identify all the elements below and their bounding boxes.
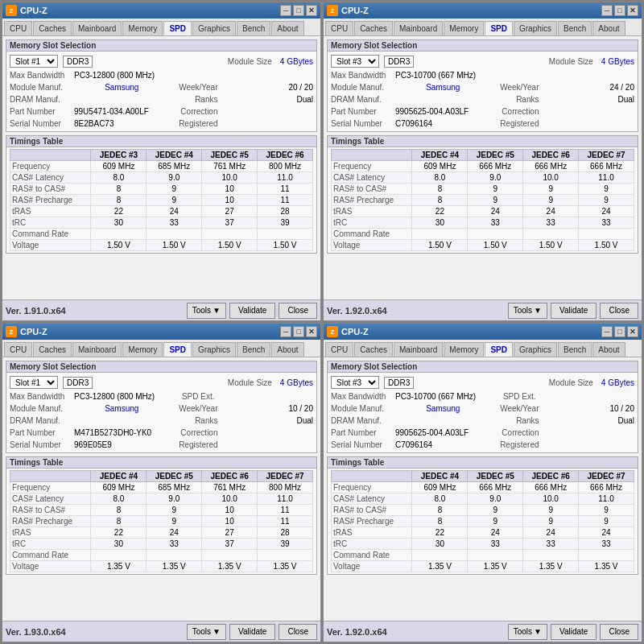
tab-caches[interactable]: Caches xyxy=(33,21,72,35)
slot-selector-row: Slot #3 DDR3 Module Size 4 GBytes xyxy=(331,376,634,389)
tab-cpu[interactable]: CPU xyxy=(325,342,353,357)
timing-value: 22 xyxy=(412,527,468,539)
col-header: JEDEC #6 xyxy=(258,150,313,161)
tab-about[interactable]: About xyxy=(271,21,303,35)
col-header: JEDEC #5 xyxy=(468,471,523,482)
timing-value: 1.35 V xyxy=(147,561,202,572)
reg-label: Registered xyxy=(170,440,218,449)
tab-bench[interactable]: Bench xyxy=(237,342,270,357)
maximize-button[interactable]: □ xyxy=(614,5,625,16)
minimize-button[interactable]: ─ xyxy=(280,5,291,16)
tab-mainboard[interactable]: Mainboard xyxy=(72,21,122,35)
tab-mainboard[interactable]: Mainboard xyxy=(72,342,122,357)
timing-value: 10 xyxy=(202,195,258,206)
timing-value: 28 xyxy=(258,206,313,217)
tab-caches[interactable]: Caches xyxy=(354,342,393,357)
tab-mainboard[interactable]: Mainboard xyxy=(394,21,443,35)
close-button[interactable]: ✕ xyxy=(306,326,317,337)
tab-bench[interactable]: Bench xyxy=(558,21,592,35)
tab-caches[interactable]: Caches xyxy=(33,342,72,357)
tab-memory[interactable]: Memory xyxy=(122,342,163,357)
timing-value xyxy=(202,550,258,561)
tab-memory[interactable]: Memory xyxy=(122,21,163,35)
tab-cpu[interactable]: CPU xyxy=(4,342,32,357)
tab-memory[interactable]: Memory xyxy=(444,342,484,357)
tab-spd[interactable]: SPD xyxy=(163,21,192,35)
timing-row: tRC30333333 xyxy=(332,217,634,229)
close-button[interactable]: Close xyxy=(600,624,638,640)
tab-mainboard[interactable]: Mainboard xyxy=(394,342,443,357)
tab-graphics[interactable]: Graphics xyxy=(514,21,557,35)
minimize-button[interactable]: ─ xyxy=(280,326,291,337)
close-button[interactable]: Close xyxy=(279,303,317,319)
tools-button[interactable]: Tools ▼ xyxy=(187,303,226,319)
slot-select[interactable]: Slot #1 xyxy=(10,376,58,389)
tools-button[interactable]: Tools ▼ xyxy=(187,624,226,640)
maximize-button[interactable]: □ xyxy=(614,326,625,337)
title-bar: Z CPU-Z ─ □ ✕ xyxy=(2,2,320,19)
corr-label: Correction xyxy=(170,107,218,116)
minimize-button[interactable]: ─ xyxy=(601,5,613,16)
timing-value: 1.35 V xyxy=(523,561,579,572)
maximize-button[interactable]: □ xyxy=(293,326,304,337)
timing-value: 28 xyxy=(258,527,313,539)
timing-row: RAS# Precharge8999 xyxy=(332,516,634,527)
validate-button[interactable]: Validate xyxy=(551,303,597,319)
window-title: CPU-Z xyxy=(20,6,47,15)
validate-button[interactable]: Validate xyxy=(551,624,597,640)
dm-label: DRAM Manuf. xyxy=(331,95,395,104)
timing-value: 9 xyxy=(468,195,523,206)
timing-value: 24 xyxy=(523,527,579,539)
timing-row: Voltage1.35 V1.35 V1.35 V1.35 V xyxy=(10,561,313,572)
col-header: JEDEC #3 xyxy=(91,150,147,161)
tab-graphics[interactable]: Graphics xyxy=(192,342,236,357)
tab-cpu[interactable]: CPU xyxy=(4,21,32,35)
tab-bench[interactable]: Bench xyxy=(558,342,592,357)
close-button[interactable]: ✕ xyxy=(627,326,638,337)
sn-value: C7096164 xyxy=(395,119,491,128)
tab-graphics[interactable]: Graphics xyxy=(514,342,557,357)
tab-graphics[interactable]: Graphics xyxy=(192,21,236,35)
close-button[interactable]: Close xyxy=(600,303,638,319)
tab-about[interactable]: About xyxy=(592,21,625,35)
tab-about[interactable]: About xyxy=(271,342,303,357)
tab-spd[interactable]: SPD xyxy=(163,342,192,357)
slot-select[interactable]: Slot #3 xyxy=(331,55,379,68)
slot-select[interactable]: Slot #3 xyxy=(331,376,379,389)
tab-spd[interactable]: SPD xyxy=(485,21,513,35)
timing-label: tRC xyxy=(10,217,91,229)
timing-value: 609 MHz xyxy=(412,482,468,493)
bandwidth-row: Max Bandwidth PC3-12800 (800 MHz) xyxy=(10,69,313,80)
timings-title: Timings Table xyxy=(6,457,316,469)
tab-bench[interactable]: Bench xyxy=(237,21,270,35)
timing-value: 33 xyxy=(147,217,202,229)
timings-content: JEDEC #4JEDEC #5JEDEC #6JEDEC #7Frequenc… xyxy=(328,147,638,253)
validate-button[interactable]: Validate xyxy=(229,624,275,640)
tools-button[interactable]: Tools ▼ xyxy=(508,303,547,319)
col-header-label xyxy=(10,150,91,161)
close-button[interactable]: ✕ xyxy=(627,5,638,16)
close-button[interactable]: Close xyxy=(279,624,317,640)
timing-value: 8 xyxy=(412,195,468,206)
tab-memory[interactable]: Memory xyxy=(444,21,484,35)
timing-row: tRC30333333 xyxy=(332,539,634,550)
timing-value: 27 xyxy=(202,527,258,539)
timing-value xyxy=(258,229,313,240)
validate-button[interactable]: Validate xyxy=(229,303,275,319)
tab-cpu[interactable]: CPU xyxy=(325,21,353,35)
minimize-button[interactable]: ─ xyxy=(601,326,613,337)
timing-row: Voltage1.35 V1.35 V1.35 V1.35 V xyxy=(332,561,634,572)
slot-select[interactable]: Slot #1 xyxy=(10,55,58,68)
tab-about[interactable]: About xyxy=(592,342,625,357)
maximize-button[interactable]: □ xyxy=(293,5,304,16)
timing-row: RAS# Precharge891011 xyxy=(10,195,313,206)
tab-caches[interactable]: Caches xyxy=(354,21,393,35)
sn-label: Serial Number xyxy=(331,440,395,449)
ranks-label: Ranks xyxy=(170,95,218,104)
corr-label: Correction xyxy=(491,107,539,116)
tab-spd[interactable]: SPD xyxy=(485,342,513,357)
timing-value: 33 xyxy=(468,539,523,550)
timing-label: RAS# to CAS# xyxy=(332,505,412,516)
tools-button[interactable]: Tools ▼ xyxy=(508,624,547,640)
close-button[interactable]: ✕ xyxy=(306,5,317,16)
